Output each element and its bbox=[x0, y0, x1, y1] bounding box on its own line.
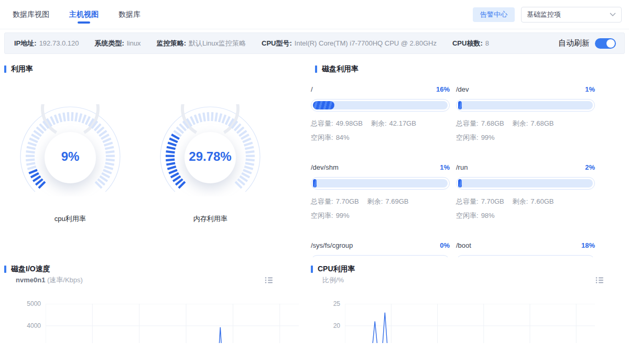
svg-text:9%: 9% bbox=[61, 149, 79, 163]
monitor-item-select-value: 基础监控项 bbox=[527, 10, 561, 19]
tab-database-view[interactable]: 数据库视图 bbox=[13, 0, 49, 29]
info-field-value: 192.73.0.120 bbox=[39, 39, 79, 47]
disk-mount-name: /sys/fs/cgroup bbox=[311, 241, 353, 251]
disk-usage-percent: 2% bbox=[585, 163, 595, 173]
disk-free: 剩余:7.69GB bbox=[367, 197, 409, 206]
disk-idle-info: 空闲率:84% bbox=[311, 133, 450, 142]
disk-grid: / 16% 总容量:49.98GB 剩余:42.17GB 空闲率:84% /de… bbox=[311, 85, 595, 257]
disk-idle-label: 空闲率: bbox=[456, 134, 479, 141]
info-field: CPU核数:8 bbox=[452, 39, 489, 48]
y-axis-labels: 2520 bbox=[307, 304, 345, 343]
disk-usage-percent: 1% bbox=[585, 85, 595, 95]
section-accent-bar bbox=[311, 266, 313, 273]
legend-list-icon[interactable] bbox=[265, 277, 273, 284]
disk-item-header: /dev 1% bbox=[456, 85, 595, 95]
disk-usage-percent: 18% bbox=[581, 241, 595, 251]
nav-tabs: 数据库视图 主机视图 数据库 bbox=[13, 0, 140, 29]
info-field: CPU型号:Intel(R) Core(TM) i7-7700HQ CPU @ … bbox=[262, 39, 437, 48]
y-axis-tick-label: 20 bbox=[333, 322, 340, 329]
tab-label: 数据库 bbox=[118, 10, 140, 19]
auto-refresh-toggle[interactable] bbox=[595, 38, 616, 49]
disk-idle-info: 空闲率:99% bbox=[456, 133, 595, 142]
disk-io-chart: 50004000 bbox=[0, 304, 307, 343]
disk-panel-title: 磁盘利用率 bbox=[315, 64, 595, 74]
disk-utilization-panel: 磁盘利用率 / 16% 总容量:49.98GB 剩余:42.17GB 空闲率:8… bbox=[307, 58, 629, 257]
section-title-text: CPU利用率 bbox=[318, 264, 355, 274]
y-axis-tick-label: 25 bbox=[333, 300, 340, 307]
disk-usage-track bbox=[458, 179, 593, 187]
disk-usage-fill bbox=[313, 101, 334, 109]
disk-free: 剩余:7.68GB bbox=[513, 119, 554, 128]
disk-usage-fill bbox=[313, 179, 317, 187]
disk-io-panel-title: 磁盘I/O速度 bbox=[4, 264, 307, 274]
tab-database[interactable]: 数据库 bbox=[118, 0, 140, 29]
disk-item: / 16% 总容量:49.98GB 剩余:42.17GB 空闲率:84% bbox=[311, 85, 450, 142]
disk-free: 剩余:42.17GB bbox=[371, 119, 416, 128]
y-axis-labels: 50004000 bbox=[0, 304, 46, 343]
disk-total: 总容量:49.98GB bbox=[311, 119, 363, 128]
dashboard-content: 利用率 9% cpu利用率 29.78% 内存利用率 磁盘利用率 / 16% 总… bbox=[0, 58, 629, 364]
info-field-label: IP地址: bbox=[14, 39, 37, 47]
disk-item-header: /dev/shm 1% bbox=[311, 163, 450, 173]
monitor-item-select[interactable]: 基础监控项 bbox=[521, 7, 622, 23]
section-title-text: 磁盘I/O速度 bbox=[11, 264, 50, 274]
section-title-text: 利用率 bbox=[11, 64, 33, 74]
utilization-panel-title: 利用率 bbox=[4, 64, 307, 74]
disk-io-plot-area bbox=[46, 304, 299, 343]
legend-list-icon[interactable] bbox=[595, 277, 604, 284]
cpu-usage-panel: CPU利用率 比例/% 2520 bbox=[307, 257, 629, 364]
cpu-panel-title: CPU利用率 bbox=[311, 264, 629, 274]
section-accent-bar bbox=[4, 65, 6, 73]
disk-item: /sys/fs/cgroup 0% bbox=[311, 241, 450, 257]
disk-usage-track bbox=[313, 101, 448, 109]
device-name: nvme0n1 bbox=[16, 276, 45, 284]
info-field-value: 8 bbox=[485, 39, 489, 47]
disk-io-panel: 磁盘I/O速度 nvme0n1 (速率/Kbps) 50004000 bbox=[0, 257, 307, 364]
disk-capacity-info: 总容量:7.70GB 剩余:7.69GB bbox=[311, 197, 450, 206]
alert-center-button[interactable]: 告警中心 bbox=[473, 7, 515, 22]
disk-item: /run 2% 总容量:7.70GB 剩余:7.60GB 空闲率:98% bbox=[456, 163, 595, 220]
gauge-dial: 29.78% bbox=[158, 104, 263, 198]
section-accent-bar bbox=[315, 65, 317, 73]
disk-usage-bar bbox=[311, 177, 450, 190]
disk-capacity-info: 总容量:49.98GB 剩余:42.17GB bbox=[311, 119, 450, 128]
disk-io-chart-subtitle: nvme0n1 (速率/Kbps) bbox=[0, 275, 307, 285]
nav-actions: 告警中心 基础监控项 bbox=[473, 7, 622, 23]
unit-label: (速率/Kbps) bbox=[47, 276, 83, 284]
cpu-series-label: 比例/% bbox=[322, 275, 344, 285]
gauge-dial: 9% bbox=[18, 104, 123, 198]
disk-idle-label: 空闲率: bbox=[311, 134, 333, 141]
disk-usage-percent: 16% bbox=[436, 85, 450, 95]
toggle-knob bbox=[606, 39, 615, 48]
gauge-label: 内存利用率 bbox=[193, 214, 227, 224]
disk-item-header: / 16% bbox=[311, 85, 450, 95]
disk-mount-name: /dev/shm bbox=[311, 163, 339, 173]
disk-usage-bar bbox=[311, 99, 450, 112]
disk-capacity-info: 总容量:7.70GB 剩余:7.60GB bbox=[456, 197, 595, 206]
disk-item-header: /run 2% bbox=[456, 163, 595, 173]
disk-usage-percent: 1% bbox=[440, 163, 450, 173]
disk-mount-name: /dev bbox=[456, 85, 469, 95]
disk-usage-bar bbox=[456, 177, 595, 190]
disk-item: /dev/shm 1% 总容量:7.70GB 剩余:7.69GB 空闲率:99% bbox=[311, 163, 450, 220]
disk-idle-value: 99% bbox=[336, 212, 350, 219]
info-field-value: 默认Linux监控策略 bbox=[189, 39, 246, 47]
info-field-label: CPU型号: bbox=[262, 39, 292, 47]
tab-host-view[interactable]: 主机视图 bbox=[69, 0, 99, 29]
utilization-panel: 利用率 9% cpu利用率 29.78% 内存利用率 bbox=[0, 58, 307, 257]
disk-usage-fill bbox=[458, 179, 462, 187]
section-accent-bar bbox=[4, 266, 6, 273]
disk-item-header: /boot 18% bbox=[456, 241, 595, 251]
disk-item-header: /sys/fs/cgroup 0% bbox=[311, 241, 450, 251]
info-field-value: linux bbox=[127, 39, 141, 47]
disk-total: 总容量:7.70GB bbox=[311, 197, 359, 206]
cpu-usage-gauge: 9% cpu利用率 bbox=[0, 104, 140, 224]
gauge-label: cpu利用率 bbox=[55, 214, 86, 224]
disk-usage-track bbox=[458, 101, 593, 109]
auto-refresh-label: 自动刷新 bbox=[558, 38, 590, 48]
disk-mount-name: /run bbox=[456, 163, 468, 173]
disk-idle-info: 空闲率:98% bbox=[456, 211, 595, 220]
disk-io-series-label: nvme0n1 (速率/Kbps) bbox=[16, 275, 83, 285]
unit-label: 比例/% bbox=[322, 276, 344, 284]
info-field: 监控策略:默认Linux监控策略 bbox=[157, 39, 246, 48]
